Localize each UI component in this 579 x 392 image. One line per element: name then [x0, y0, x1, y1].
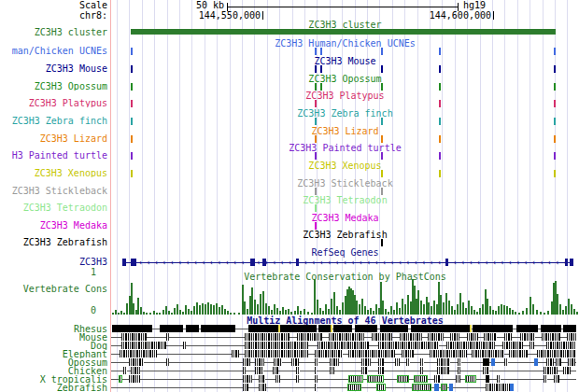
track-row-zc3h3-human-chicken-ucnes[interactable]	[111, 47, 579, 56]
assembly-label: hg19	[463, 1, 486, 9]
alignment-segment	[245, 333, 290, 341]
conservation-bar	[143, 312, 145, 315]
alignment-segment	[541, 325, 561, 332]
alignment-segment	[318, 342, 369, 349]
genome-browser-image[interactable]: Scale chr8: 50 kb hg19 144,550,000 144,6…	[0, 0, 579, 392]
track-row-zc3h3-mouse[interactable]	[111, 64, 579, 74]
conservation-bar	[182, 312, 184, 315]
ucne-element-tick	[554, 152, 556, 160]
alignment-segment	[473, 325, 513, 332]
conservation-bar	[576, 312, 578, 315]
conservation-bar	[559, 304, 561, 315]
alignment-segment	[186, 325, 199, 332]
refseq-gene-model[interactable]: ‹‹‹‹‹‹‹‹‹‹‹‹‹‹‹‹‹‹‹‹‹‹‹‹‹‹‹‹‹‹‹‹‹‹‹‹‹‹‹‹…	[122, 259, 572, 266]
alignment-segment	[131, 367, 140, 374]
conservation-bar	[156, 313, 158, 315]
conservation-bar	[257, 304, 259, 315]
conservation-bar	[290, 312, 292, 315]
alignment-segment	[395, 358, 400, 366]
conservation-bar	[476, 312, 478, 315]
conservation-bar	[495, 311, 497, 315]
conservation-bar	[159, 313, 161, 315]
ucne-element-tick	[315, 65, 317, 73]
alignment-segment	[434, 375, 440, 383]
conservation-bar	[333, 292, 335, 315]
alignment-segment	[504, 358, 508, 366]
conservation-bar	[221, 305, 223, 315]
conservation-bar	[471, 306, 473, 315]
conservation-bar	[254, 300, 256, 315]
alignment-segment	[183, 342, 186, 349]
alignment-segment	[406, 358, 410, 366]
alignment-row-chicken[interactable]	[111, 367, 579, 375]
conservation-bar	[274, 304, 275, 315]
conservation-bar	[325, 304, 327, 315]
conservation-bar	[568, 299, 570, 315]
cluster-bar[interactable]	[131, 29, 556, 35]
alignment-segment	[245, 350, 308, 357]
track-left-label-zc3h3-mouse: ZC3H3 Mouse	[0, 64, 107, 73]
conservation-histogram[interactable]	[111, 277, 579, 315]
alignment-row-x-tropicalis[interactable]	[111, 375, 579, 384]
conservation-bar	[375, 304, 377, 315]
alignment-segment	[516, 325, 538, 332]
conservation-bar	[224, 309, 226, 315]
conservation-bar	[451, 306, 453, 315]
alignment-row-rhesus[interactable]	[111, 325, 579, 333]
alignment-segment	[414, 375, 428, 383]
alignment-segment	[470, 325, 472, 332]
alignment-row-elephant[interactable]	[111, 350, 579, 358]
track-row-zc3h3-tetraodon[interactable]	[111, 203, 579, 213]
conservation-bar	[526, 308, 528, 315]
alignment-segment	[259, 384, 266, 391]
alignment-segment	[486, 375, 489, 383]
track-row-zc3h3-platypus[interactable]	[111, 99, 579, 108]
conservation-bar	[509, 308, 511, 315]
alignment-segment	[420, 358, 424, 366]
ucne-element-tick	[131, 100, 133, 107]
multiz-left-label-mouse: Mouse	[0, 333, 107, 342]
alignment-segment	[243, 384, 248, 391]
alignment-row-dog[interactable]	[111, 342, 579, 350]
conservation-bar	[174, 308, 176, 315]
ucne-element-tick	[131, 83, 133, 91]
conservation-bar	[445, 293, 447, 315]
ucne-element-tick	[554, 135, 556, 143]
conservation-bar	[482, 304, 484, 315]
track-row-zc3h3-zebra-finch[interactable]	[111, 117, 579, 126]
alignment-segment	[510, 384, 514, 391]
conservation-bar	[571, 304, 572, 315]
ucne-element-tick	[131, 65, 133, 73]
track-left-label-zc3h3-platypus: ZC3H3 Platypus	[0, 99, 107, 107]
track-left-label-refseq: ZC3H3	[0, 258, 107, 266]
alignment-row-mouse[interactable]	[111, 333, 579, 342]
conservation-bar	[420, 301, 422, 315]
alignment-segment	[376, 384, 386, 391]
alignment-segment	[331, 325, 332, 332]
alignment-segment	[330, 358, 339, 366]
conservation-bar	[288, 309, 290, 315]
conservation-bar	[544, 313, 545, 315]
track-row-zc3h3-zebrafish[interactable]	[111, 238, 579, 247]
alignment-segment	[120, 350, 157, 357]
alignment-segment	[245, 342, 308, 349]
alignment-row-zebrafish[interactable]	[111, 384, 579, 392]
track-left-label-zc3h3-tetraodon: ZC3H3 Tetraodon	[0, 203, 107, 212]
alignment-segment	[467, 333, 478, 341]
conservation-bar	[428, 302, 430, 315]
refseq-exon	[131, 259, 136, 266]
alignment-segment	[248, 325, 278, 332]
multiz-left-label-zebrafish: Zebrafish	[0, 384, 107, 392]
track-row-zc3h3-xenopus[interactable]	[111, 169, 579, 178]
conservation-bar	[247, 309, 248, 315]
track-row-zc3h3-painted-turtle[interactable]	[111, 151, 579, 161]
alignment-segment	[441, 384, 447, 391]
track-left-label-zc3h3-cluster: ZC3H3_cluster	[0, 28, 107, 36]
alignment-row-opossum[interactable]	[111, 358, 579, 367]
alignment-segment	[315, 358, 318, 366]
alignment-segment	[412, 384, 431, 391]
alignment-segment	[291, 358, 299, 366]
alignment-segment	[274, 358, 282, 366]
conservation-bar	[339, 310, 341, 315]
conservation-bar	[540, 312, 542, 315]
